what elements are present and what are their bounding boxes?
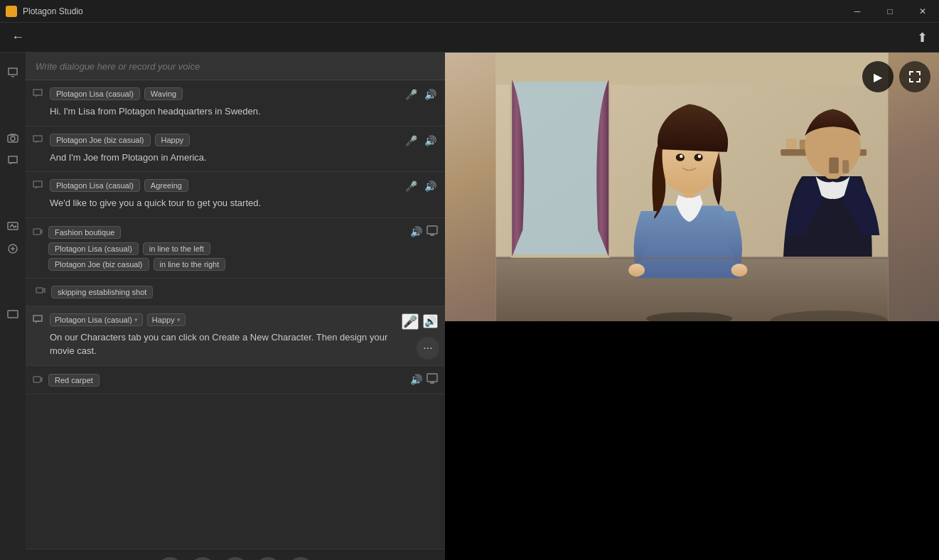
animation-tag-2[interactable]: Happy	[155, 134, 191, 146]
establishing-shot-block: skipping establishing shot	[26, 279, 445, 306]
line-text-3: We'd like to give you a quick tour to ge…	[50, 196, 438, 210]
scene-char1-tag[interactable]: Plotagon Lisa (casual)	[48, 242, 139, 255]
next-scene-sound-btn[interactable]: 🔊	[410, 373, 422, 387]
svg-point-31	[680, 155, 683, 158]
svg-point-32	[698, 155, 702, 158]
svg-rect-5	[33, 229, 41, 235]
svg-point-1	[11, 136, 15, 141]
line-actions-3: 🎤 🔊	[404, 179, 438, 193]
mic-button-2[interactable]: 🎤	[404, 134, 419, 148]
toolbar-scene-btn[interactable]	[3, 216, 23, 236]
mic-button-1[interactable]: 🎤	[404, 87, 419, 102]
scene-block: Fashion boutique Plotagon Lisa (casual) …	[26, 218, 445, 279]
dialogue-icon-1	[33, 89, 44, 119]
app-icon	[6, 6, 17, 17]
svg-rect-8	[33, 377, 41, 382]
line-content-3: Plotagon Lisa (casual) Agreeing We'd lik…	[50, 179, 438, 210]
svg-point-34	[731, 264, 748, 276]
scene-screen-btn[interactable]	[426, 225, 438, 239]
text-tool-button[interactable]: A	[288, 557, 313, 561]
line-header-3: Plotagon Lisa (casual) Agreeing	[50, 179, 438, 192]
active-line-content: Plotagon Lisa (casual) Happy On our Char…	[50, 313, 438, 358]
main-layout: Plotagon Lisa (casual) Waving Hi. I'm Li…	[0, 53, 939, 560]
sound-button-3[interactable]: 🔊	[423, 179, 438, 193]
active-script-line: Plotagon Lisa (casual) Happy On our Char…	[26, 306, 445, 366]
svg-rect-35	[829, 157, 839, 173]
character-tag-3[interactable]: Plotagon Lisa (casual)	[50, 179, 140, 192]
character-tag-2[interactable]: Plotagon Joe (biz casual)	[50, 134, 151, 146]
scene-char2-tag[interactable]: Plotagon Joe (biz casual)	[48, 258, 149, 271]
video-panel: ▶	[445, 53, 939, 560]
line-text-2: And I'm Joe from Plotagon in America.	[50, 151, 438, 165]
video-lower-area	[445, 321, 939, 560]
maximize-button[interactable]: □	[874, 0, 906, 23]
toolbar-chat2-btn[interactable]	[3, 239, 23, 259]
svg-rect-17	[512, 80, 608, 257]
animation-tag-1[interactable]: Waving	[144, 87, 183, 100]
active-mic-button[interactable]: 🎤	[402, 313, 419, 330]
character-tag-1[interactable]: Plotagon Lisa (casual)	[50, 87, 140, 100]
active-line-actions: 🎤 🔊	[402, 313, 438, 330]
scene-char2-pos-tag[interactable]: in line to the right	[154, 258, 226, 271]
line-actions-2: 🎤 🔊	[404, 134, 438, 148]
fullscreen-button[interactable]	[899, 61, 930, 92]
establishing-shot-tag[interactable]: skipping establishing shot	[51, 286, 153, 298]
scene-char1-pos-tag[interactable]: in line to the left	[143, 242, 210, 255]
dialogue-input[interactable]	[36, 61, 435, 72]
active-line-text: On our Characters tab you can click on C…	[50, 330, 395, 358]
export-button[interactable]: ⬆	[911, 27, 933, 48]
toolbar-chat-btn[interactable]	[3, 151, 23, 171]
next-scene-block: Red carpet 🔊	[26, 366, 445, 394]
svg-point-33	[628, 264, 645, 276]
next-scene-icon	[33, 375, 43, 387]
more-options-button[interactable]: ···	[417, 337, 439, 360]
play-button[interactable]: ▶	[862, 61, 894, 92]
establishing-icon	[36, 286, 45, 298]
script-line-3: Plotagon Lisa (casual) Agreeing We'd lik…	[26, 172, 445, 218]
minimize-button[interactable]: ─	[841, 0, 874, 23]
close-button[interactable]: ✕	[906, 0, 939, 23]
scene-content: Fashion boutique Plotagon Lisa (casual) …	[48, 225, 404, 271]
next-scene-name-tag[interactable]: Red carpet	[48, 374, 100, 387]
active-animation-select[interactable]: Happy	[147, 313, 186, 326]
scene-svg	[445, 53, 939, 321]
svg-rect-20	[786, 139, 797, 149]
active-sound-button[interactable]: 🔊	[423, 314, 438, 328]
line-header-1: Plotagon Lisa (casual) Waving	[50, 87, 438, 100]
bottom-toolbar: A	[26, 549, 445, 560]
search-tool-button[interactable]	[157, 557, 183, 561]
toolbar-dialogue-btn[interactable]	[3, 63, 23, 82]
scene-name-tag[interactable]: Fashion boutique	[48, 226, 121, 239]
script-line-2: Plotagon Joe (biz casual) Happy And I'm …	[26, 126, 445, 173]
sound-button-1[interactable]: 🔊	[423, 87, 438, 102]
actions-tool-button[interactable]	[190, 557, 215, 561]
music-tool-button[interactable]	[255, 557, 281, 561]
titlebar: Plotagon Studio ─ □ ✕	[0, 0, 939, 23]
window-controls: ─ □ ✕	[841, 0, 939, 23]
animation-tag-3[interactable]: Agreeing	[144, 179, 188, 192]
scene-camera-icon	[33, 227, 43, 239]
script-lines: Plotagon Lisa (casual) Waving Hi. I'm Li…	[26, 80, 445, 560]
video-viewport: ▶	[445, 53, 939, 321]
next-scene-screen-btn[interactable]	[426, 373, 438, 387]
dialogue-icon-2	[33, 135, 44, 165]
back-button[interactable]: ←	[6, 27, 30, 48]
line-header-2: Plotagon Joe (biz casual) Happy	[50, 134, 438, 146]
sound-button-2[interactable]: 🔊	[423, 134, 438, 148]
app-title: Plotagon Studio	[23, 6, 83, 16]
video-controls: ▶	[862, 61, 930, 92]
active-character-select[interactable]: Plotagon Lisa (casual)	[50, 313, 143, 326]
line-content-2: Plotagon Joe (biz casual) Happy And I'm …	[50, 134, 438, 165]
toolbar-camera-btn[interactable]	[3, 128, 23, 148]
toolbar-bottom-scene-btn[interactable]	[3, 304, 23, 324]
next-scene-actions: 🔊	[410, 373, 438, 387]
notifications-tool-button[interactable]	[222, 557, 248, 561]
svg-rect-36	[842, 160, 849, 173]
svg-rect-4	[8, 311, 18, 318]
line-text-1: Hi. I'm Lisa from Plotagon headquarters …	[50, 104, 438, 119]
scene-sound-btn[interactable]: 🔊	[410, 225, 422, 239]
mic-button-3[interactable]: 🎤	[404, 179, 419, 193]
next-scene-content: Red carpet	[48, 373, 404, 386]
svg-rect-9	[427, 374, 437, 382]
line-content-1: Plotagon Lisa (casual) Waving Hi. I'm Li…	[50, 87, 438, 119]
